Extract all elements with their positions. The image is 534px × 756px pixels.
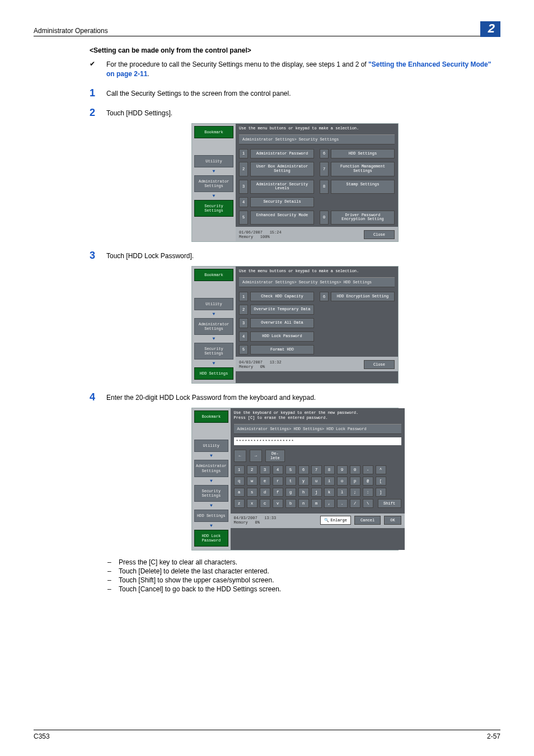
nav-security-settings[interactable]: Security Settings — [194, 485, 228, 502]
option-hdd-enc-setting[interactable]: 6HDD Encryption Setting — [320, 292, 395, 302]
option-driver-pw-enc[interactable]: 0Driver Password Encryption Setting — [320, 211, 395, 225]
key-@[interactable]: @ — [363, 477, 373, 486]
nav-utility[interactable]: Utility — [194, 440, 228, 452]
key-z[interactable]: z — [234, 499, 245, 508]
key-[[interactable]: [ — [376, 477, 386, 486]
option-userbox-admin[interactable]: 2User Box Administrator Setting — [239, 162, 314, 176]
nav-utility[interactable]: Utility — [194, 155, 233, 167]
status-mem-label: Memory — [234, 520, 248, 525]
key-0[interactable]: 0 — [350, 465, 360, 474]
key-o[interactable]: o — [337, 477, 348, 486]
step-3: 3 Touch [HDD Lock Password]. — [90, 250, 500, 262]
nav-admin-settings[interactable]: Administrator Settings — [194, 460, 228, 477]
key-6[interactable]: 6 — [298, 465, 309, 474]
checkmark-icon: ✔ — [90, 60, 97, 80]
option-function-mgmt[interactable]: 7Function Management Settings — [320, 162, 395, 176]
key-][interactable]: ] — [376, 488, 386, 497]
key-1[interactable]: 1 — [234, 465, 245, 474]
onscreen-keyboard: 1234567890-^ qwertyuiop@[ asdfghjkl;:] z… — [231, 465, 405, 514]
key-i[interactable]: i — [324, 477, 335, 486]
nav-admin-settings[interactable]: Administrator Settings — [194, 318, 233, 335]
key-^[interactable]: ^ — [376, 465, 386, 474]
down-arrow-icon: ▼ — [194, 194, 233, 198]
status-mem-label: Memory — [239, 235, 253, 239]
key-\[interactable]: \ — [363, 499, 373, 508]
status-mem-value: 0% — [255, 520, 259, 525]
option-stamp-settings[interactable]: 8Stamp Settings — [320, 180, 395, 194]
note-d: Touch [Cancel] to go back to the HDD Set… — [119, 585, 281, 593]
key-v[interactable]: v — [273, 499, 283, 508]
key-c[interactable]: c — [260, 499, 270, 508]
option-overwrite-all[interactable]: 3Overwrite All Data — [239, 318, 314, 328]
delete-button[interactable]: De- lete — [265, 450, 285, 462]
key-g[interactable]: g — [285, 488, 296, 497]
key-y[interactable]: y — [298, 477, 309, 486]
ok-button[interactable]: OK — [384, 516, 401, 525]
option-format-hdd[interactable]: 5Format HDD — [239, 345, 314, 355]
key-;[interactable]: ; — [350, 488, 360, 497]
status-date: 04/03/2007 — [234, 516, 257, 520]
key-k[interactable]: k — [324, 488, 335, 497]
nav-bookmark[interactable]: Bookmark — [194, 269, 233, 281]
nav-hdd-settings[interactable]: HDD Settings — [194, 367, 233, 380]
key-5[interactable]: 5 — [285, 465, 296, 474]
key-7[interactable]: 7 — [311, 465, 322, 474]
instruction-text: Use the keyboard or keypad to enter the … — [231, 408, 405, 423]
option-admin-password[interactable]: 1Administrator Password — [239, 149, 314, 159]
close-button[interactable]: Close — [364, 360, 395, 369]
nav-security-settings[interactable]: Security Settings — [194, 343, 233, 360]
nav-hdd-lock-password[interactable]: HDD Lock Password — [194, 530, 228, 547]
nav-admin-settings[interactable]: Administrator Settings — [194, 175, 233, 192]
key-t[interactable]: t — [285, 477, 296, 486]
option-admin-sec-levels[interactable]: 3Administrator Security Levels — [239, 180, 314, 194]
shift-key[interactable]: Shift — [378, 499, 401, 508]
key-j[interactable]: j — [311, 488, 322, 497]
option-enhanced-sec-mode[interactable]: 5Enhanced Security Mode — [239, 211, 314, 225]
key-n[interactable]: n — [298, 499, 309, 508]
nav-bookmark[interactable]: Bookmark — [194, 126, 233, 138]
enlarge-button[interactable]: 🔍Enlarge — [320, 516, 351, 525]
close-button[interactable]: Close — [364, 230, 395, 239]
key-u[interactable]: u — [311, 477, 322, 486]
key-p[interactable]: p — [350, 477, 360, 486]
key--[interactable]: - — [363, 465, 373, 474]
option-hdd-lock-pw[interactable]: 4HDD Lock Password — [239, 332, 314, 342]
key-8[interactable]: 8 — [324, 465, 335, 474]
key-2[interactable]: 2 — [247, 465, 257, 474]
key-.[interactable]: . — [337, 499, 348, 508]
option-hdd-settings[interactable]: 6HDD Settings — [320, 149, 395, 159]
down-arrow-icon: ▼ — [194, 337, 233, 341]
status-mem-value: 0% — [260, 365, 265, 369]
down-arrow-icon: ▼ — [194, 312, 233, 316]
key-9[interactable]: 9 — [337, 465, 348, 474]
key-x[interactable]: x — [247, 499, 257, 508]
key-a[interactable]: a — [234, 488, 245, 497]
key-w[interactable]: w — [247, 477, 257, 486]
option-security-details[interactable]: 4Security Details — [239, 197, 314, 207]
key-:[interactable]: : — [363, 488, 373, 497]
key-m[interactable]: m — [311, 499, 322, 508]
nav-security-settings[interactable]: Security Settings — [194, 200, 233, 217]
key-4[interactable]: 4 — [273, 465, 283, 474]
nav-utility[interactable]: Utility — [194, 298, 233, 310]
key-3[interactable]: 3 — [260, 465, 270, 474]
cancel-button[interactable]: Cancel — [354, 516, 381, 525]
key-q[interactable]: q — [234, 477, 245, 486]
key-l[interactable]: l — [337, 488, 348, 497]
nav-hdd-settings[interactable]: HDD Settings — [194, 510, 228, 522]
key-s[interactable]: s — [247, 488, 257, 497]
key-e[interactable]: e — [260, 477, 270, 486]
key-/[interactable]: / — [350, 499, 360, 508]
key-f[interactable]: f — [273, 488, 283, 497]
password-field[interactable]: ******************** — [234, 437, 401, 445]
option-check-hdd-cap[interactable]: 1Check HDD Capacity — [239, 292, 314, 302]
key-b[interactable]: b — [285, 499, 296, 508]
cursor-left-button[interactable]: ← — [234, 450, 246, 462]
key-r[interactable]: r — [273, 477, 283, 486]
option-overwrite-temp[interactable]: 2Overwrite Temporary Data — [239, 305, 314, 315]
cursor-right-button[interactable]: → — [250, 450, 262, 462]
key-h[interactable]: h — [298, 488, 309, 497]
key-,[interactable]: , — [324, 499, 335, 508]
key-d[interactable]: d — [260, 488, 270, 497]
nav-bookmark[interactable]: Bookmark — [194, 410, 228, 423]
